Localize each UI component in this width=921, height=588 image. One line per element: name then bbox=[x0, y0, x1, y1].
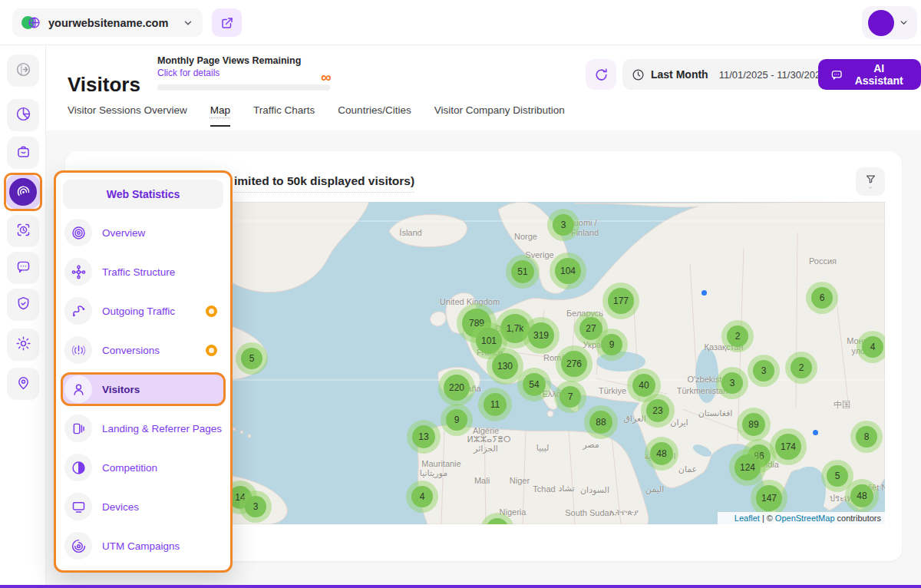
sidebar-item-chat[interactable] bbox=[7, 252, 39, 284]
tab-traffic-charts[interactable]: Traffic Charts bbox=[253, 104, 315, 127]
cluster-count: 7 bbox=[560, 386, 581, 408]
menu-item-utm-campaigns[interactable]: UTM Campaigns bbox=[63, 529, 223, 563]
refresh-button[interactable] bbox=[586, 59, 616, 90]
menu-item-competition[interactable]: Competition bbox=[63, 451, 223, 484]
map-cluster-marker[interactable]: 3 bbox=[748, 355, 780, 387]
menu-item-conversions[interactable]: Conversions bbox=[63, 333, 223, 367]
orange-notification-badge bbox=[206, 306, 217, 317]
cluster-count: 174 bbox=[775, 434, 801, 460]
cluster-count: 40 bbox=[632, 374, 655, 397]
gear-icon bbox=[15, 335, 31, 355]
tab-countries-cities[interactable]: Countries/Cities bbox=[338, 104, 411, 127]
map-cluster-marker[interactable]: 147 bbox=[751, 480, 787, 517]
map-cluster-marker[interactable]: 177 bbox=[602, 282, 639, 319]
map-cluster-marker[interactable]: 6 bbox=[806, 282, 838, 314]
quota-details-link[interactable]: Click for details bbox=[157, 68, 342, 78]
date-preset-label: Last Month bbox=[651, 68, 708, 81]
openstreetmap-link[interactable]: OpenStreetMap bbox=[775, 514, 835, 523]
map-cluster-marker[interactable]: 3 bbox=[239, 491, 272, 523]
tab-visitor-sessions-overview[interactable]: Visitor Sessions Overview bbox=[68, 104, 187, 127]
map-cluster-marker[interactable]: 104 bbox=[550, 253, 586, 289]
menu-item-visitors[interactable]: Visitors bbox=[61, 372, 226, 406]
map-cluster-marker[interactable]: 51 bbox=[506, 255, 540, 289]
map-cluster-marker[interactable]: 124 bbox=[729, 449, 766, 486]
map-cluster-marker[interactable]: 9 bbox=[441, 404, 473, 436]
chat-icon bbox=[15, 259, 31, 278]
menu-item-label: Overview bbox=[102, 227, 145, 239]
map-cluster-marker[interactable]: 5 bbox=[236, 342, 268, 375]
scan-clock-icon bbox=[15, 222, 31, 241]
open-website-button[interactable] bbox=[212, 8, 242, 37]
sidebar-item-settings[interactable] bbox=[7, 329, 39, 361]
map-cluster-marker[interactable]: 88 bbox=[584, 405, 618, 439]
map-label: Türkiye bbox=[599, 386, 626, 395]
map-cluster-marker[interactable]: 9 bbox=[596, 329, 628, 361]
map-cluster-marker[interactable]: 319 bbox=[523, 317, 560, 354]
sidebar-item-local-seo[interactable] bbox=[7, 368, 39, 400]
map-cluster-marker[interactable]: 2 bbox=[785, 352, 817, 384]
cluster-count: 3 bbox=[753, 360, 774, 382]
bag-icon bbox=[15, 144, 31, 163]
app-root: yourwebsitename.com Visitors Monthly Pag… bbox=[0, 0, 921, 588]
map-cluster-marker[interactable]: 89 bbox=[737, 408, 771, 441]
tab-map[interactable]: Map bbox=[210, 104, 230, 127]
map-label: ليبيا bbox=[536, 443, 550, 453]
avatar bbox=[868, 10, 894, 36]
map-cluster-marker[interactable]: 13 bbox=[407, 420, 441, 454]
sidebar-item-monitoring[interactable] bbox=[7, 215, 39, 247]
account-menu[interactable] bbox=[862, 6, 917, 39]
map-cluster-marker[interactable]: 11 bbox=[478, 388, 512, 421]
date-range-value: 11/01/2025 - 11/30/2025 bbox=[719, 69, 827, 81]
menu-item-label: Outgoing Traffic bbox=[102, 306, 175, 317]
menu-item-landing-referrer-pages[interactable]: Landing & Referrer Pages bbox=[63, 411, 223, 445]
sidebar-item-security[interactable] bbox=[7, 289, 39, 321]
cluster-count: 220 bbox=[444, 375, 470, 401]
menu-item-traffic-structure[interactable]: Traffic Structure bbox=[63, 255, 223, 289]
menu-item-overview[interactable]: Overview bbox=[63, 216, 223, 249]
cluster-count: 2 bbox=[791, 357, 812, 378]
leaflet-link[interactable]: Leaflet bbox=[734, 514, 760, 523]
map-point-marker[interactable] bbox=[813, 430, 818, 435]
map-cluster-marker[interactable]: 4 bbox=[857, 331, 885, 363]
map-cluster-marker[interactable]: 3 bbox=[716, 367, 748, 399]
sidebar-rail bbox=[0, 45, 46, 588]
sidebar-item-collapse[interactable] bbox=[7, 55, 39, 87]
map-label: عمان bbox=[678, 464, 697, 474]
map-label: Norge bbox=[514, 232, 537, 241]
sidebar-item-dashboard[interactable] bbox=[7, 99, 39, 131]
cluster-count: 6 bbox=[811, 287, 833, 309]
ai-assistant-button[interactable]: AI Assistant bbox=[818, 59, 921, 90]
traffic-structure-icon bbox=[64, 258, 92, 286]
menu-item-devices[interactable]: Devices bbox=[63, 490, 223, 524]
menu-item-outgoing-traffic[interactable]: Outgoing Traffic bbox=[63, 294, 223, 328]
map-cluster-marker[interactable]: 276 bbox=[556, 345, 593, 382]
cluster-count: 177 bbox=[608, 288, 634, 314]
map-point-marker[interactable] bbox=[701, 290, 707, 296]
map-cluster-marker[interactable]: 7 bbox=[554, 381, 586, 413]
website-selector[interactable]: yourwebsitename.com bbox=[12, 8, 203, 37]
date-range-picker[interactable]: Last Month 11/01/2025 - 11/30/2025 bbox=[622, 59, 850, 90]
map-cluster-marker[interactable]: 220 bbox=[438, 369, 475, 406]
map-label: السودان bbox=[580, 485, 609, 495]
website-name: yourwebsitename.com bbox=[48, 17, 183, 29]
cluster-count: 89 bbox=[742, 413, 765, 436]
sidebar-item-projects[interactable] bbox=[7, 137, 39, 169]
map-cluster-marker[interactable]: 8 bbox=[850, 421, 883, 453]
map-label: موريتانيا bbox=[420, 468, 447, 478]
map-cluster-marker[interactable]: 2 bbox=[721, 320, 754, 352]
clock-icon bbox=[632, 68, 645, 81]
globe-favicon-icon bbox=[21, 16, 41, 30]
tab-visitor-company-distribution[interactable]: Visitor Company Distribution bbox=[434, 104, 565, 127]
map-cluster-marker[interactable]: 3 bbox=[547, 209, 579, 241]
menu-item-label: Competition bbox=[102, 462, 157, 474]
map-cluster-marker[interactable]: 4 bbox=[406, 481, 438, 513]
map-cluster-marker[interactable]: 23 bbox=[641, 394, 675, 428]
sidebar-item-web-statistics-active[interactable] bbox=[4, 173, 42, 211]
map-label: تشاد bbox=[558, 484, 574, 494]
map-cluster-marker[interactable]: 48 bbox=[845, 479, 879, 513]
cluster-count: 4 bbox=[411, 486, 433, 507]
map-cluster-marker[interactable]: 48 bbox=[645, 437, 678, 471]
map-filter-button[interactable] bbox=[856, 167, 885, 196]
map-cluster-marker[interactable]: 54 bbox=[517, 368, 551, 401]
map-label: ايران bbox=[670, 418, 688, 428]
